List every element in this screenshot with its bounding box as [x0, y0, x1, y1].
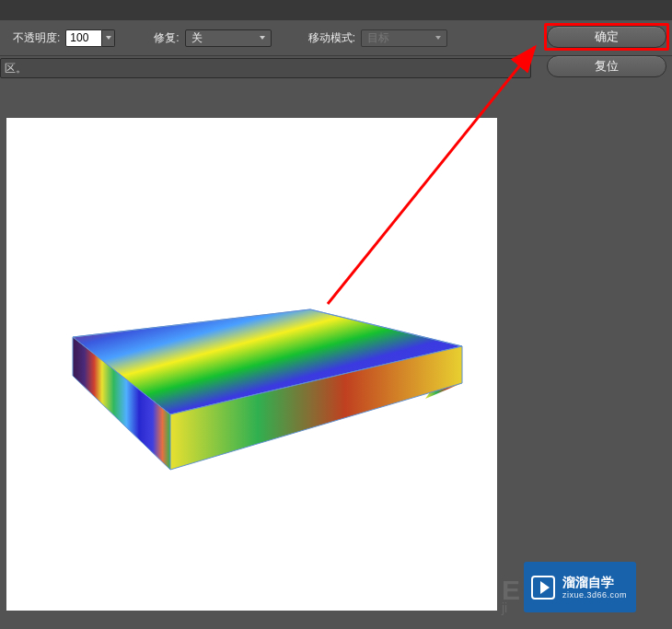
move-mode-dropdown-text: 目标	[367, 30, 389, 46]
rendered-3d-box	[6, 118, 497, 611]
buttons-column: 确定 复位	[547, 26, 666, 77]
bg-logo: E ji	[502, 577, 520, 614]
chevron-down-icon	[435, 36, 441, 40]
repair-dropdown[interactable]: 关	[185, 29, 272, 47]
description-box: 区。	[0, 58, 531, 78]
play-icon	[531, 576, 555, 600]
canvas-area[interactable]	[6, 118, 497, 611]
watermark-title: 溜溜自学	[562, 575, 627, 590]
opacity-label: 不透明度:	[13, 30, 60, 46]
top-toolbar	[0, 0, 672, 20]
move-mode-label: 移动模式:	[308, 30, 355, 46]
repair-label: 修复:	[154, 30, 179, 46]
watermark-sub: zixue.3d66.com	[562, 590, 627, 600]
repair-dropdown-text: 关	[191, 30, 203, 46]
opacity-spinner[interactable]	[102, 29, 115, 47]
watermark: 溜溜自学 zixue.3d66.com	[524, 562, 636, 612]
watermark-text: 溜溜自学 zixue.3d66.com	[562, 575, 627, 600]
chevron-down-icon	[260, 36, 265, 40]
opacity-input[interactable]	[65, 29, 102, 47]
reset-button[interactable]: 复位	[547, 55, 666, 77]
move-mode-dropdown: 目标	[361, 29, 447, 47]
confirm-button[interactable]: 确定	[547, 26, 666, 48]
